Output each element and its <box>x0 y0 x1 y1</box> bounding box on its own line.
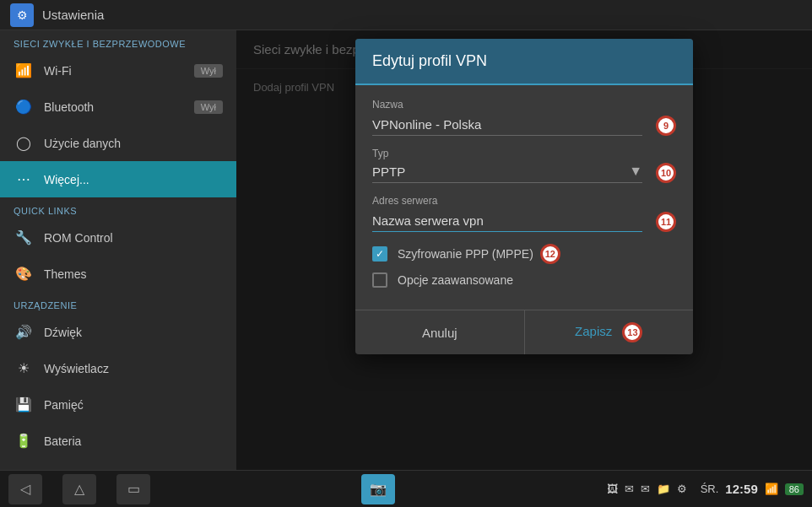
sidebar-item-pamiec-label: Pamięć <box>44 398 84 412</box>
sidebar-item-wiecej-label: Więcej... <box>44 173 89 186</box>
taskbar-nav: ◁ △ ▭ <box>8 474 150 504</box>
modal-footer: Anuluj Zapisz 13 <box>355 310 693 354</box>
top-bar: ⚙ Ustawienia <box>0 0 812 30</box>
sidebar-item-bateria-label: Bateria <box>44 434 81 448</box>
step-11-badge: 11 <box>656 212 676 232</box>
sidebar-item-uzycie-danych-label: Użycie danych <box>44 137 121 150</box>
home-button[interactable]: △ <box>62 474 96 504</box>
sidebar-item-dzwiek-label: Dźwięk <box>44 326 82 339</box>
sidebar-item-dzwiek[interactable]: 🔊 Dźwięk <box>0 314 236 350</box>
rom-control-icon: 🔧 <box>14 229 34 245</box>
modal-body: Nazwa 9 Typ PPTP ▼ 10 <box>355 85 693 310</box>
gallery-icon[interactable]: 🖼 <box>607 483 618 495</box>
step-10-badge: 10 <box>656 163 676 183</box>
recent-icon: ▭ <box>127 481 140 497</box>
sidebar-item-rom-control[interactable]: 🔧 ROM Control <box>0 219 236 256</box>
sidebar-item-bluetooth-label: Bluetooth <box>44 100 94 114</box>
mppe-row[interactable]: ✓ Szyfrowanie PPP (MPPE) 12 <box>372 244 676 264</box>
back-button[interactable]: ◁ <box>8 474 42 504</box>
bateria-icon: 🔋 <box>14 433 34 449</box>
taskbar-right: 🖼 ✉ ✉ 📁 ⚙ ŚR. 12:59 📶 86 <box>607 482 804 496</box>
file-icon[interactable]: 📁 <box>657 483 670 495</box>
sidebar-item-pamiec[interactable]: 💾 Pamięć <box>0 386 236 423</box>
sidebar-item-wifi[interactable]: 📶 Wi-Fi Wył <box>0 52 236 89</box>
modal-edit-vpn: Edytuj profil VPN Nazwa 9 Typ PPTP <box>355 39 693 354</box>
mppe-checkbox[interactable]: ✓ <box>372 246 387 262</box>
sidebar-item-aplikacje[interactable]: 📱 Aplikacje <box>0 459 236 470</box>
recent-button[interactable]: ▭ <box>116 474 150 504</box>
home-icon: △ <box>74 481 84 497</box>
email-icon-1[interactable]: ✉ <box>625 483 634 495</box>
pamiec-icon: 💾 <box>14 396 34 413</box>
taskbar: ◁ △ ▭ 📷 🖼 ✉ ✉ 📁 ⚙ ŚR. 12:59 📶 86 <box>0 470 812 507</box>
signal-icon: 📶 <box>765 483 778 495</box>
wiecej-icon: ⋯ <box>14 171 34 187</box>
sidebar-section-urzadzenie: URZĄDZENIE <box>0 292 236 314</box>
modal-header: Edytuj profil VPN <box>355 39 693 85</box>
settings-icon[interactable]: ⚙ <box>677 483 687 495</box>
adres-row: 11 <box>372 210 676 244</box>
mppe-label: Szyfrowanie PPP (MPPE) <box>398 247 533 261</box>
themes-icon: 🎨 <box>14 266 34 282</box>
sidebar-section-quicklinks: QUICK LINKS <box>0 197 236 219</box>
time-display: 12:59 <box>725 482 757 496</box>
sidebar-item-bateria[interactable]: 🔋 Bateria <box>0 423 236 459</box>
typ-label: Typ <box>372 148 676 159</box>
wifi-toggle[interactable]: Wył <box>194 64 223 78</box>
cancel-button[interactable]: Anuluj <box>355 310 524 354</box>
wifi-icon: 📶 <box>14 62 34 78</box>
sidebar-section-sieci: SIECI ZWYKŁE I BEZPRZEWODOWE <box>0 30 236 52</box>
modal-overlay: Edytuj profil VPN Nazwa 9 Typ PPTP <box>236 30 812 470</box>
advanced-checkbox[interactable] <box>372 272 387 288</box>
sidebar-item-wifi-label: Wi-Fi <box>44 64 72 78</box>
typ-value: PPTP <box>372 165 629 179</box>
adres-input[interactable] <box>372 210 642 232</box>
dzwiek-icon: 🔊 <box>14 324 34 340</box>
bluetooth-icon: 🔵 <box>14 99 34 115</box>
camera-icon: 📷 <box>370 481 387 497</box>
data-usage-icon: ◯ <box>14 135 34 151</box>
bluetooth-toggle[interactable]: Wył <box>194 100 223 114</box>
app-icon: ⚙ <box>10 3 34 27</box>
nazwa-input[interactable] <box>372 114 642 136</box>
sidebar-item-themes[interactable]: 🎨 Themes <box>0 256 236 292</box>
sidebar-item-wiecej[interactable]: ⋯ Więcej... <box>0 161 236 197</box>
sidebar-item-wyswietlacz-label: Wyświetlacz <box>44 362 109 375</box>
sidebar-item-uzycie-danych[interactable]: ◯ Użycie danych <box>0 125 236 161</box>
date-label: ŚR. <box>701 483 719 495</box>
typ-dropdown-arrow: ▼ <box>629 164 642 179</box>
main-layout: SIECI ZWYKŁE I BEZPRZEWODOWE 📶 Wi-Fi Wył… <box>0 30 812 470</box>
modal-title: Edytuj profil VPN <box>372 52 487 69</box>
app-title: Ustawienia <box>42 8 104 22</box>
content-area: Sieci zwykłe i bezprzewodowe VPN Dodaj p… <box>236 30 812 470</box>
back-icon: ◁ <box>20 481 30 497</box>
sidebar-item-rom-control-label: ROM Control <box>44 231 113 245</box>
sidebar-item-themes-label: Themes <box>44 267 87 281</box>
email-icon-2[interactable]: ✉ <box>641 483 650 495</box>
battery-badge: 86 <box>785 483 804 495</box>
adres-label: Adres serwera <box>372 195 676 207</box>
advanced-label: Opcje zaawansowane <box>398 273 513 287</box>
step-13-badge: 13 <box>622 322 642 342</box>
typ-row[interactable]: PPTP ▼ 10 <box>372 163 676 195</box>
sidebar: SIECI ZWYKŁE I BEZPRZEWODOWE 📶 Wi-Fi Wył… <box>0 30 236 470</box>
sidebar-item-wyswietlacz[interactable]: ☀ Wyświetlacz <box>0 350 236 386</box>
nazwa-label: Nazwa <box>372 99 676 111</box>
step-9-badge: 9 <box>656 116 676 136</box>
taskbar-center: 📷 <box>361 474 395 504</box>
advanced-row[interactable]: Opcje zaawansowane <box>372 272 676 288</box>
nazwa-row: 9 <box>372 114 676 148</box>
wyswietlacz-icon: ☀ <box>14 360 34 376</box>
step-12-badge: 12 <box>540 244 560 264</box>
sidebar-item-bluetooth[interactable]: 🔵 Bluetooth Wył <box>0 89 236 125</box>
camera-button[interactable]: 📷 <box>361 474 395 504</box>
save-button[interactable]: Zapisz 13 <box>525 310 694 354</box>
